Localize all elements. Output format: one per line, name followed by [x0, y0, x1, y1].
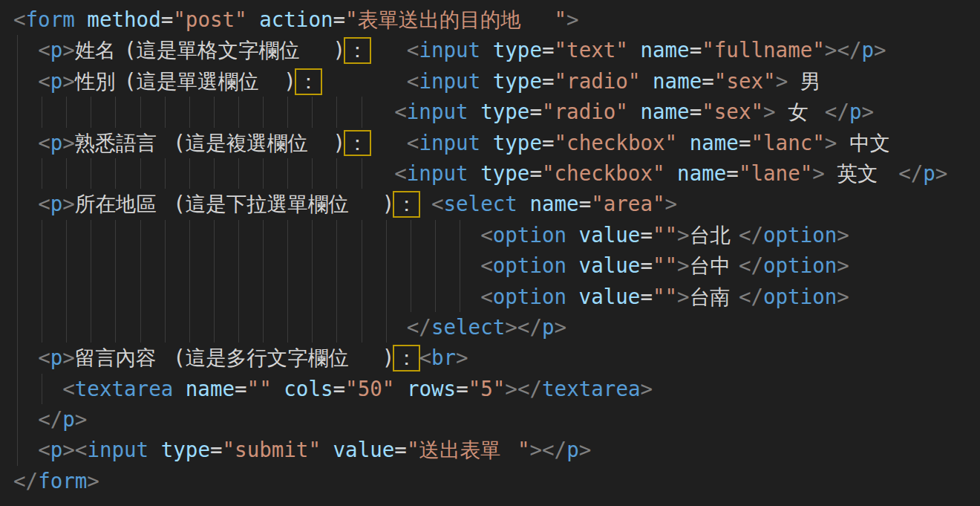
code-token: "	[517, 438, 530, 461]
code-token: =	[161, 7, 174, 31]
code-line[interactable]: <p>熟悉語言(這是複選欄位)： <input type="checkbox" …	[13, 128, 980, 158]
code-token: =	[690, 38, 702, 62]
code-token	[370, 131, 407, 155]
unicode-highlight-colon: ：	[296, 70, 321, 94]
code-token: =	[702, 69, 714, 93]
code-token: "submit"	[223, 438, 321, 461]
code-token: input	[419, 69, 480, 93]
indent-guide	[91, 97, 91, 127]
code-token: >	[529, 438, 542, 461]
indent-guide	[66, 312, 67, 343]
unicode-highlight-colon: ：	[345, 39, 370, 62]
unicode-highlight-colon: ：	[394, 346, 419, 370]
code-token: >	[665, 192, 678, 215]
code-token: type	[468, 161, 530, 185]
code-line[interactable]: </form>	[13, 466, 980, 496]
code-token: <	[480, 223, 493, 247]
code-line[interactable]: <option value="">台中</option>	[13, 250, 980, 281]
code-token: 台南	[690, 282, 739, 312]
code-token: name	[665, 161, 727, 185]
code-token: )	[382, 346, 395, 369]
code-line[interactable]: <p>性別(這是單選欄位)： <input type="radio" name=…	[13, 66, 980, 97]
indent-guide	[17, 404, 18, 435]
code-line[interactable]: <input type="checkbox" name="lane"> 英文 <…	[13, 158, 980, 189]
code-token: option	[763, 223, 837, 247]
code-token: "lanc"	[751, 131, 824, 155]
indent-guide	[312, 220, 313, 250]
code-token: name	[628, 38, 690, 62]
code-token: value	[321, 438, 394, 461]
indent-guide	[115, 250, 116, 281]
code-line[interactable]: <option value="">台北</option>	[13, 220, 980, 250]
code-token	[13, 315, 407, 339]
code-line[interactable]: <input type="radio" name="sex"> 女 </p>	[13, 97, 980, 127]
code-line[interactable]: <p>姓名(這是單格文字欄位)： <input type="text" name…	[13, 35, 980, 65]
code-token: "5"	[468, 377, 506, 400]
indent-guide	[263, 250, 264, 281]
code-token: <	[480, 285, 493, 308]
code-editor[interactable]: <form method="post" action="表單送出的目的地"> <…	[0, 0, 980, 506]
indent-guide	[115, 312, 116, 343]
code-line[interactable]: </select></p>	[13, 312, 980, 343]
indent-guide	[17, 435, 18, 465]
code-token: </	[517, 315, 542, 339]
code-token: 這是單選欄位	[137, 66, 284, 97]
code-token: textarea	[542, 377, 640, 400]
code-token: 這是複選欄位	[186, 128, 333, 158]
code-line[interactable]: <p><input type="submit" value="送出表單"></p…	[13, 435, 980, 465]
indent-guide	[312, 97, 313, 127]
indent-guide	[214, 97, 215, 127]
code-token: </	[837, 38, 861, 62]
code-token: p	[542, 315, 555, 339]
code-token: =	[333, 377, 346, 400]
code-token	[13, 377, 62, 400]
code-line[interactable]: <textarea name="" cols="50" rows="5"></t…	[13, 374, 980, 404]
indent-guide	[17, 374, 18, 404]
indent-guide	[214, 312, 215, 343]
indent-guide	[140, 220, 141, 250]
code-line[interactable]: </p>	[13, 404, 980, 435]
code-line[interactable]: <form method="post" action="表單送出的目的地">	[13, 4, 980, 35]
code-token: p	[50, 69, 63, 93]
code-token: 熟悉語言	[75, 128, 173, 158]
code-token: >	[87, 469, 99, 493]
code-line[interactable]: <p>所在地區(這是下拉選單欄位)： <select name="area">	[13, 189, 980, 219]
code-token: method	[75, 7, 161, 31]
code-token: 台中	[690, 250, 739, 281]
code-token: )	[284, 69, 296, 93]
code-token: >	[579, 438, 592, 461]
indent-guide	[460, 220, 460, 250]
indent-guide	[238, 158, 239, 189]
code-token: "sex"	[714, 69, 776, 93]
indent-guide	[17, 97, 18, 127]
code-token: <	[38, 38, 50, 62]
code-token: "fullname"	[702, 38, 825, 62]
code-token: p	[50, 131, 63, 155]
indent-guide	[165, 97, 166, 127]
indent-guide	[435, 250, 436, 281]
code-token: ""	[653, 253, 677, 277]
indent-guide	[17, 282, 18, 312]
code-token: =	[739, 131, 751, 155]
indent-guide	[362, 250, 362, 281]
code-token	[776, 100, 788, 123]
indent-guide	[66, 220, 67, 250]
indent-guide	[189, 158, 190, 189]
code-token: >	[837, 253, 849, 277]
indent-guide	[66, 282, 67, 312]
code-token: option	[493, 253, 566, 277]
code-token: p	[50, 438, 63, 461]
code-token: >	[566, 7, 579, 31]
code-token: input	[407, 100, 468, 123]
indent-guide	[362, 158, 362, 189]
code-token: </	[407, 315, 431, 339]
indent-guide	[238, 312, 239, 343]
code-line[interactable]: <p>留言內容(這是多行文字欄位)：<br>	[13, 343, 980, 373]
indent-guide	[336, 97, 337, 127]
code-token	[370, 38, 407, 62]
code-token: <	[13, 7, 26, 31]
indent-guide	[263, 97, 264, 127]
code-line[interactable]: <option value="">台南</option>	[13, 282, 980, 312]
code-token: >	[825, 38, 837, 62]
indent-guide	[263, 312, 264, 343]
